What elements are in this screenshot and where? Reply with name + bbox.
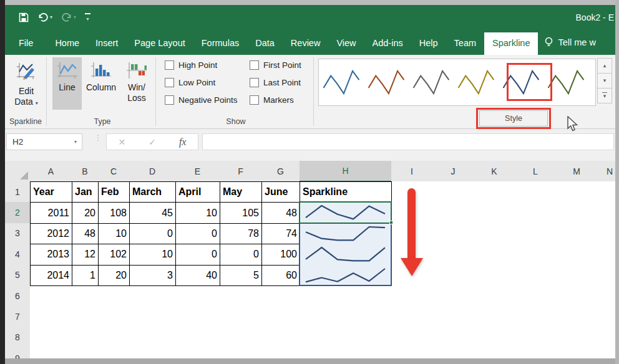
cell-N4[interactable] bbox=[597, 244, 615, 265]
cell-M5[interactable] bbox=[556, 265, 598, 286]
cell-B3[interactable]: 48 bbox=[72, 223, 99, 244]
cell-M4[interactable] bbox=[556, 244, 598, 265]
sparkline-cell-H5[interactable] bbox=[300, 265, 392, 286]
cell-G8[interactable] bbox=[261, 327, 300, 348]
select-all-corner[interactable] bbox=[5, 161, 31, 182]
cell-E5[interactable]: 40 bbox=[175, 265, 220, 286]
cell-B4[interactable]: 12 bbox=[72, 244, 99, 265]
cell-G3[interactable]: 74 bbox=[261, 223, 300, 244]
cell-G7[interactable] bbox=[261, 306, 300, 327]
row-header-1[interactable]: 1 bbox=[5, 181, 31, 203]
cell-C2[interactable]: 108 bbox=[98, 202, 130, 223]
cell-B7[interactable] bbox=[72, 306, 99, 327]
checkbox-high-point[interactable]: High Point bbox=[165, 60, 217, 70]
cell-H9[interactable] bbox=[300, 348, 392, 358]
cell-L1[interactable] bbox=[515, 181, 557, 203]
col-header-G[interactable]: G bbox=[261, 161, 300, 182]
tab-formulas[interactable]: Formulas bbox=[193, 32, 247, 55]
checkbox-box[interactable] bbox=[165, 60, 174, 70]
undo-button[interactable]: ▾ bbox=[37, 12, 52, 22]
cell-E6[interactable] bbox=[175, 285, 220, 307]
cell-A4[interactable]: 2013 bbox=[30, 244, 72, 265]
cell-J1[interactable] bbox=[432, 181, 474, 203]
col-header-C[interactable]: C bbox=[98, 161, 130, 182]
cell-K3[interactable] bbox=[474, 223, 515, 244]
cell-K8[interactable] bbox=[474, 327, 515, 348]
gallery-more-styles-button[interactable]: ▾ bbox=[597, 88, 612, 103]
tab-team[interactable]: Team bbox=[446, 32, 484, 55]
cell-L6[interactable] bbox=[515, 285, 557, 307]
cell-A1[interactable]: Year bbox=[30, 181, 72, 203]
cell-M6[interactable] bbox=[556, 285, 598, 307]
cell-N1[interactable] bbox=[597, 181, 615, 203]
cell-M8[interactable] bbox=[556, 327, 598, 348]
checkbox-box[interactable] bbox=[250, 60, 259, 70]
cell-D7[interactable] bbox=[129, 306, 176, 327]
cell-D4[interactable]: 10 bbox=[129, 244, 176, 265]
cell-F8[interactable] bbox=[220, 327, 262, 348]
cell-B8[interactable] bbox=[72, 327, 99, 348]
cell-A3[interactable]: 2012 bbox=[30, 223, 72, 244]
row-header-8[interactable]: 8 bbox=[5, 327, 31, 348]
cell-B2[interactable]: 20 bbox=[72, 202, 99, 223]
cell-B6[interactable] bbox=[72, 285, 99, 307]
cell-B5[interactable]: 1 bbox=[72, 265, 99, 286]
col-header-H[interactable]: H bbox=[300, 161, 392, 182]
customize-quick-access-icon[interactable]: ▾ bbox=[85, 13, 90, 22]
cell-N3[interactable] bbox=[597, 223, 615, 244]
line-type-button[interactable]: Line bbox=[52, 57, 82, 110]
tab-sparkline[interactable]: Sparkline bbox=[484, 32, 538, 55]
cell-D5[interactable]: 3 bbox=[129, 265, 176, 286]
insert-function-icon[interactable]: fx bbox=[179, 136, 187, 148]
sparkline-cell-H4[interactable] bbox=[300, 244, 392, 265]
cell-K4[interactable] bbox=[474, 244, 515, 265]
style-thumbnail-2[interactable] bbox=[364, 62, 409, 102]
tab-data[interactable]: Data bbox=[247, 32, 283, 55]
name-box[interactable]: H2 ▾ bbox=[6, 133, 82, 150]
style-thumbnail-1[interactable] bbox=[319, 62, 364, 102]
cell-K1[interactable] bbox=[474, 181, 515, 203]
cell-N2[interactable] bbox=[597, 202, 615, 223]
cell-J3[interactable] bbox=[432, 223, 474, 244]
cell-K6[interactable] bbox=[474, 285, 515, 307]
cell-G9[interactable] bbox=[261, 348, 300, 358]
cell-C7[interactable] bbox=[98, 306, 130, 327]
cell-B1[interactable]: Jan bbox=[72, 181, 99, 203]
row-header-4[interactable]: 4 bbox=[5, 244, 31, 265]
cell-C6[interactable] bbox=[98, 285, 130, 307]
cell-C1[interactable]: Feb bbox=[98, 181, 130, 203]
cell-D2[interactable]: 45 bbox=[129, 202, 176, 223]
cell-J6[interactable] bbox=[432, 285, 474, 307]
cell-E2[interactable]: 10 bbox=[175, 202, 220, 223]
cell-G4[interactable]: 100 bbox=[261, 244, 300, 265]
cell-G6[interactable] bbox=[261, 285, 300, 307]
row-header-5[interactable]: 5 bbox=[5, 265, 31, 286]
cell-J7[interactable] bbox=[432, 306, 474, 327]
cell-N6[interactable] bbox=[597, 285, 615, 307]
cell-N8[interactable] bbox=[597, 327, 615, 348]
checkbox-box[interactable] bbox=[250, 78, 259, 87]
cell-J9[interactable] bbox=[432, 348, 474, 358]
col-header-K[interactable]: K bbox=[474, 161, 515, 182]
cell-H7[interactable] bbox=[300, 306, 392, 327]
cell-E4[interactable]: 0 bbox=[175, 244, 220, 265]
cell-I6[interactable] bbox=[391, 285, 433, 307]
row-header-3[interactable]: 3 bbox=[5, 223, 31, 244]
col-header-I[interactable]: I bbox=[391, 161, 433, 182]
cell-C4[interactable]: 102 bbox=[98, 244, 130, 265]
cell-F3[interactable]: 78 bbox=[220, 223, 262, 244]
tab-help[interactable]: Help bbox=[411, 32, 446, 55]
checkbox-first-point[interactable]: First Point bbox=[250, 60, 301, 70]
tab-home[interactable]: Home bbox=[47, 32, 87, 55]
cell-C9[interactable] bbox=[98, 348, 130, 358]
cell-D8[interactable] bbox=[129, 327, 176, 348]
cell-L7[interactable] bbox=[515, 306, 557, 327]
cell-E9[interactable] bbox=[175, 348, 220, 358]
checkbox-box[interactable] bbox=[165, 95, 174, 105]
name-box-caret-icon[interactable]: ▾ bbox=[74, 139, 77, 145]
cell-L9[interactable] bbox=[515, 348, 557, 358]
cell-L5[interactable] bbox=[515, 265, 557, 286]
cell-G1[interactable]: June bbox=[261, 181, 300, 203]
tab-page-layout[interactable]: Page Layout bbox=[126, 32, 193, 55]
cell-D6[interactable] bbox=[129, 285, 176, 307]
